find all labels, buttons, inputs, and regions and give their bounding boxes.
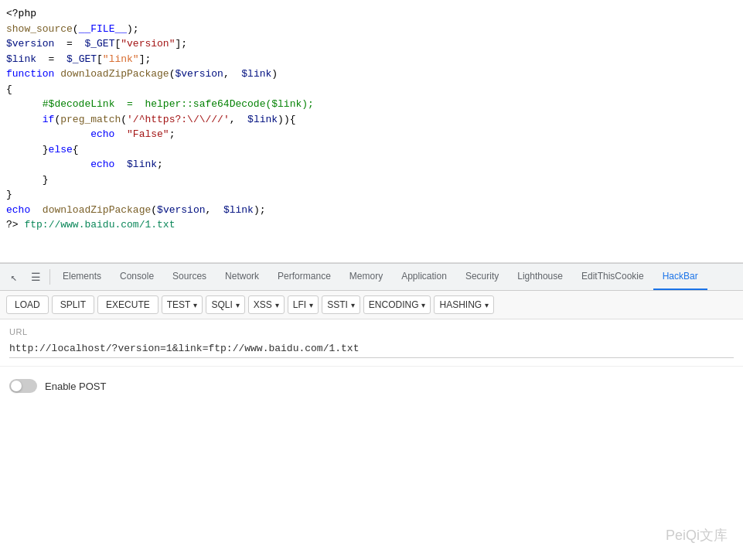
hackbar-toolbar: LOADSPLITEXECUTETEST▾SQLI▾XSS▾LFI▾SSTI▾E…	[0, 291, 743, 319]
toggle-label: Enable POST	[45, 381, 107, 392]
tab-console[interactable]: Console	[111, 264, 163, 290]
code-line: echo $link;	[0, 157, 743, 172]
tab-lighthouse[interactable]: Lighthouse	[508, 264, 572, 290]
code-line: }else{	[0, 142, 743, 158]
url-section: URL	[0, 319, 743, 367]
devtools-tabs: ElementsConsoleSourcesNetworkPerformance…	[53, 264, 707, 290]
code-line: ?> ftp://www.baidu.com/1.txt	[0, 217, 743, 233]
code-display: <?phpshow_source(__FILE__);$version = $_…	[0, 0, 743, 263]
code-line: echo "False";	[0, 127, 743, 142]
code-line: if(preg_match('/^https?:\/\///', $link))…	[0, 112, 743, 128]
hackbar-load-button[interactable]: LOAD	[6, 295, 49, 314]
toggle-section: Enable POST	[0, 367, 743, 405]
hackbar-split-button[interactable]: SPLIT	[52, 295, 94, 314]
hackbar-hashing-button[interactable]: HASHING▾	[434, 295, 494, 314]
hackbar-xss-button[interactable]: XSS▾	[248, 295, 285, 314]
device-icon[interactable]: ☰	[25, 266, 46, 288]
tab-hackbar[interactable]: HackBar	[653, 264, 707, 290]
tab-elements[interactable]: Elements	[53, 264, 111, 290]
chevron-down-icon: ▾	[236, 301, 240, 309]
hackbar-test-button[interactable]: TEST▾	[162, 295, 203, 314]
code-line: function downloadZipPackage($version, $l…	[0, 67, 743, 82]
chevron-down-icon: ▾	[421, 301, 425, 309]
tab-security[interactable]: Security	[456, 264, 508, 290]
code-line: $link = $_GET["link"];	[0, 52, 743, 67]
enable-post-toggle[interactable]	[9, 379, 37, 393]
hackbar-xss-label: XSS	[254, 299, 272, 310]
url-label: URL	[9, 327, 734, 336]
tab-sources[interactable]: Sources	[163, 264, 216, 290]
hackbar-test-label: TEST	[167, 299, 191, 310]
hackbar-encoding-button[interactable]: ENCODING▾	[363, 295, 431, 314]
hackbar-sqli-label: SQLI	[211, 299, 232, 310]
code-line: show_source(__FILE__);	[0, 22, 743, 37]
code-line: }	[0, 172, 743, 188]
separator	[49, 269, 50, 285]
code-line: echo downloadZipPackage($version, $link)…	[0, 203, 743, 218]
code-line: {	[0, 82, 743, 97]
chevron-down-icon: ▾	[351, 301, 355, 309]
code-line: <?php	[0, 6, 743, 22]
hackbar-execute-button[interactable]: EXECUTE	[97, 295, 158, 314]
toggle-knob	[11, 381, 22, 391]
code-line: #$decodeLink = helper::safe64Decode($lin…	[0, 97, 743, 112]
tab-memory[interactable]: Memory	[340, 264, 392, 290]
hackbar-encoding-label: ENCODING	[369, 299, 419, 310]
code-line: $version = $_GET["version"];	[0, 36, 743, 52]
url-input[interactable]	[9, 340, 734, 358]
chevron-down-icon: ▾	[193, 301, 197, 309]
chevron-down-icon: ▾	[309, 301, 313, 309]
devtools-tabbar: ↖ ☰ ElementsConsoleSourcesNetworkPerform…	[0, 263, 743, 291]
hackbar-lfi-label: LFI	[293, 299, 306, 310]
chevron-down-icon: ▾	[275, 301, 279, 309]
hackbar-sqli-button[interactable]: SQLI▾	[206, 295, 244, 314]
hackbar-lfi-button[interactable]: LFI▾	[288, 295, 319, 314]
chevron-down-icon: ▾	[485, 301, 489, 309]
tab-network[interactable]: Network	[216, 264, 268, 290]
hackbar-hashing-label: HASHING	[439, 299, 482, 310]
code-line: }	[0, 187, 743, 203]
tab-editthiscookie[interactable]: EditThisCookie	[572, 264, 653, 290]
tab-application[interactable]: Application	[392, 264, 456, 290]
cursor-icon[interactable]: ↖	[3, 266, 25, 288]
tab-performance[interactable]: Performance	[268, 264, 340, 290]
hackbar-ssti-label: SSTI	[327, 299, 348, 310]
hackbar-ssti-button[interactable]: SSTI▾	[322, 295, 360, 314]
